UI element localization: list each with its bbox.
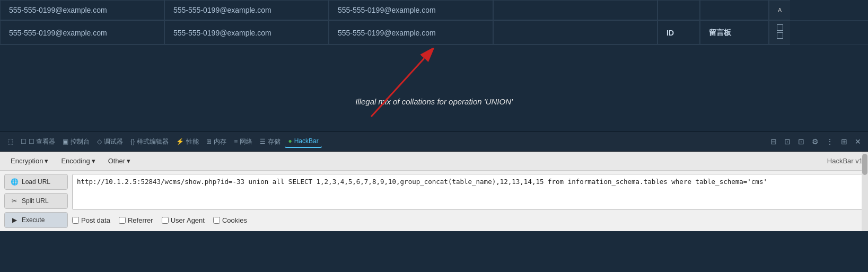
table-cell-r2c4 <box>493 21 657 45</box>
execute-label: Execute <box>22 216 45 224</box>
expand-btn[interactable]: ⊞ <box>838 135 850 148</box>
hackbar-checkboxes: Post data Referrer User Agent Cookies <box>72 212 864 228</box>
post-data-checkbox[interactable] <box>72 217 79 224</box>
table-cell-r2c6: 留言板 <box>700 21 769 45</box>
post-data-checkbox-label[interactable]: Post data <box>72 216 110 224</box>
encryption-arrow-icon: ▾ <box>45 157 48 165</box>
encryption-menu[interactable]: Encryption ▾ <box>5 155 54 167</box>
other-label: Other <box>108 157 126 165</box>
scroll-thumb[interactable] <box>862 154 867 175</box>
inspect-icon: ⬚ <box>7 138 13 145</box>
hackbar-url-area: Post data Referrer User Agent Cookies <box>72 174 864 228</box>
other-arrow-icon: ▾ <box>127 157 130 165</box>
table-cell-r1c1: 555-555-0199@example.com <box>0 0 164 20</box>
referrer-checkbox[interactable] <box>119 217 126 224</box>
table-cell-r1c7: A <box>769 0 790 20</box>
hackbar-menubar: Encryption ▾ Encoding ▾ Other ▾ HackBar … <box>0 152 868 171</box>
load-url-button[interactable]: 🌐 Load URL <box>4 174 68 190</box>
debugger-icon: ◇ <box>97 138 102 145</box>
more-options-btn[interactable]: ⋮ <box>823 135 836 148</box>
post-data-label: Post data <box>81 216 110 224</box>
dock-bottom-btn[interactable]: ⊡ <box>782 135 793 148</box>
close-devtools-btn[interactable]: ✕ <box>852 135 864 148</box>
table-cell-r1c2: 555-555-0199@example.com <box>164 0 329 20</box>
hackbar-action-buttons: 🌐 Load URL ✂ Split URL ▶ Execute <box>4 174 68 228</box>
tab-storage[interactable]: ☰ 存储 <box>257 135 284 148</box>
tab-debugger[interactable]: ◇ 调试器 <box>94 135 126 148</box>
user-agent-checkbox-label[interactable]: User Agent <box>162 216 205 224</box>
table-cell-r2c2: 555-555-0199@example.com <box>164 21 329 45</box>
tab-network[interactable]: ≡ 网络 <box>231 135 256 148</box>
table-cell-r1c5 <box>657 0 700 20</box>
table-cell-r2c7 <box>769 21 790 45</box>
load-url-icon: 🌐 <box>10 178 19 186</box>
error-message: Illegal mix of collations for operation … <box>0 97 868 106</box>
table-cell-r2c3: 555-555-0199@example.com <box>329 21 493 45</box>
url-input[interactable] <box>72 174 864 210</box>
hackbar-icon: ● <box>288 137 292 145</box>
table-cell-r1c6 <box>700 0 769 20</box>
vertical-scrollbar[interactable] <box>862 152 868 231</box>
cookies-label: Cookies <box>222 216 247 224</box>
referrer-checkbox-label[interactable]: Referrer <box>119 216 153 224</box>
split-url-icon: ✂ <box>10 197 19 205</box>
dock-side-btn[interactable]: ⊟ <box>768 135 779 148</box>
encoding-arrow-icon: ▾ <box>92 157 95 165</box>
hackbar-main: 🌐 Load URL ✂ Split URL ▶ Execute Post da… <box>0 171 868 231</box>
undock-btn[interactable]: ⊡ <box>795 135 807 148</box>
encoding-label: Encoding <box>61 157 90 165</box>
cookies-checkbox[interactable] <box>213 217 220 224</box>
hackbar-panel: Encryption ▾ Encoding ▾ Other ▾ HackBar … <box>0 152 868 231</box>
referrer-label: Referrer <box>128 216 153 224</box>
console-icon: ▣ <box>63 138 68 145</box>
table-cell-r2c1: 555-555-0199@example.com <box>0 21 164 45</box>
split-url-label: Split URL <box>22 197 49 205</box>
encoding-menu[interactable]: Encoding ▾ <box>56 155 100 167</box>
tab-inspector[interactable]: ☐ ☐ 查看器 <box>17 135 58 148</box>
execute-icon: ▶ <box>10 216 19 224</box>
memory-icon: ⊞ <box>206 138 212 145</box>
devtools-right-controls: ⊟ ⊡ ⊡ ⚙ ⋮ ⊞ ✕ <box>768 135 864 148</box>
tab-style-editor[interactable]: {} 样式编辑器 <box>127 135 172 148</box>
hackbar-version: HackBar v1 <box>827 157 863 165</box>
storage-icon: ☰ <box>260 138 266 145</box>
settings-btn[interactable]: ⚙ <box>809 135 821 148</box>
style-icon: {} <box>130 138 135 145</box>
tab-hackbar[interactable]: ● HackBar <box>285 135 321 148</box>
table-cell-r1c3: 555-555-0199@example.com <box>329 0 493 20</box>
cookies-checkbox-label[interactable]: Cookies <box>213 216 247 224</box>
devtools-toolbar: ⬚ ☐ ☐ 查看器 ▣ 控制台 ◇ 调试器 {} 样式编辑器 ⚡ 性能 ⊞ 内存… <box>0 131 868 152</box>
user-agent-label: User Agent <box>171 216 205 224</box>
performance-icon: ⚡ <box>176 138 184 145</box>
other-menu[interactable]: Other ▾ <box>103 155 136 167</box>
tab-performance[interactable]: ⚡ 性能 <box>173 135 202 148</box>
load-url-label: Load URL <box>22 178 50 186</box>
execute-button[interactable]: ▶ Execute <box>4 212 68 228</box>
table-cell-r1c4 <box>493 0 657 20</box>
inspector-icon: ☐ <box>21 138 27 145</box>
network-icon: ≡ <box>234 138 238 145</box>
split-url-button[interactable]: ✂ Split URL <box>4 193 68 209</box>
tab-memory[interactable]: ⊞ 内存 <box>203 135 230 148</box>
user-agent-checkbox[interactable] <box>162 217 169 224</box>
tab-console[interactable]: ▣ 控制台 <box>59 135 93 148</box>
inspect-element-btn[interactable]: ⬚ <box>4 136 16 147</box>
encryption-label: Encryption <box>11 157 43 165</box>
table-cell-r2c5: ID <box>657 21 700 45</box>
